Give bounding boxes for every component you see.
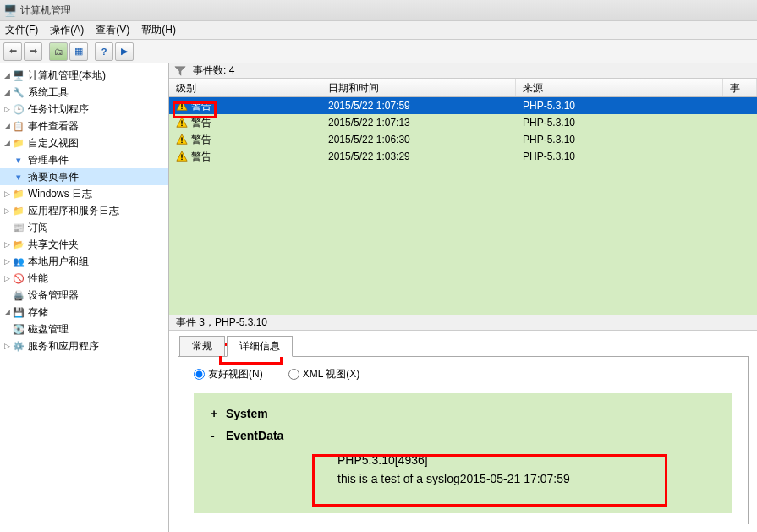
table-row[interactable]: 警告2015/5/22 1:07:13PHP-5.3.10 — [169, 114, 757, 131]
window-title: 计算机管理 — [20, 3, 71, 18]
nav-tree[interactable]: ◢🖥️计算机管理(本地) ◢🔧系统工具 ▷🕒任务计划程序 ◢📋事件查看器 ◢📁自… — [0, 63, 169, 532]
svg-rect-12 — [181, 159, 182, 160]
warning-icon — [176, 117, 188, 129]
filter-icon[interactable] — [174, 65, 186, 77]
table-row[interactable]: 警告2015/5/22 1:07:59PHP-5.3.10 — [169, 97, 757, 114]
tab-general[interactable]: 常规 — [179, 336, 225, 356]
tree-local-users[interactable]: ▷👥本地用户和组 — [0, 253, 168, 270]
tree-system-tools[interactable]: ◢🔧系统工具 — [0, 84, 168, 101]
tree-device-manager[interactable]: 🖨️设备管理器 — [0, 287, 168, 304]
title-bar: 🖥️ 计算机管理 — [0, 0, 757, 21]
toolbar: ⬅ ➡ 🗂 ▦ ? ▶ — [0, 40, 757, 63]
menu-action[interactable]: 操作(A) — [50, 23, 84, 37]
col-level[interactable]: 级别 — [169, 79, 321, 96]
detail-content: + System - EventData PHP5.3.10[4936] thi… — [194, 393, 732, 513]
svg-rect-11 — [181, 154, 182, 157]
table-row[interactable]: 警告2015/5/22 1:03:29PHP-5.3.10 — [169, 148, 757, 165]
radio-xml[interactable]: XML 视图(X) — [288, 367, 360, 381]
svg-marker-0 — [175, 66, 185, 75]
svg-rect-3 — [181, 108, 182, 109]
tree-storage[interactable]: ◢💾存储 — [0, 304, 168, 321]
col-event[interactable]: 事件 I — [723, 79, 757, 96]
back-button[interactable]: ⬅ — [3, 42, 22, 61]
forward-button[interactable]: ➡ — [24, 42, 42, 61]
tree-windows-logs[interactable]: ▷📁Windows 日志 — [0, 185, 168, 202]
col-source[interactable]: 来源 — [516, 79, 723, 96]
tree-app-service-logs[interactable]: ▷📁应用程序和服务日志 — [0, 202, 168, 219]
tree-disk-mgmt[interactable]: 💽磁盘管理 — [0, 321, 168, 337]
warning-icon — [176, 134, 188, 145]
svg-rect-5 — [181, 120, 182, 123]
radio-friendly[interactable]: 友好视图(N) — [194, 367, 263, 381]
tab-details[interactable]: 详细信息 — [227, 336, 293, 357]
tree-root[interactable]: ◢🖥️计算机管理(本地) — [0, 67, 168, 84]
toolbar-action-1[interactable]: 🗂 — [49, 42, 68, 61]
tab-body: 友好视图(N) XML 视图(X) + System - EventData P… — [178, 356, 749, 524]
eventdata-line1: PHP5.3.10[4936] — [337, 451, 716, 469]
col-date[interactable]: 日期和时间 — [321, 79, 516, 96]
app-icon: 🖥️ — [3, 4, 17, 17]
svg-rect-9 — [181, 142, 182, 143]
events-table: 级别 日期和时间 来源 事件 I 警告2015/5/22 1:07:59PHP-… — [169, 79, 757, 315]
menu-view[interactable]: 查看(V) — [96, 23, 129, 37]
eventdata-node[interactable]: - EventData — [211, 429, 716, 442]
toolbar-action-2[interactable]: ▦ — [69, 42, 88, 61]
detail-header-text: 事件 3，PHP-5.3.10 — [176, 315, 267, 330]
menu-help[interactable]: 帮助(H) — [141, 23, 176, 37]
events-header: 事件数: 4 — [169, 63, 757, 79]
toolbar-action-3[interactable]: ▶ — [115, 42, 134, 61]
warning-icon — [176, 100, 188, 112]
detail-header: 事件 3，PHP-5.3.10 — [169, 315, 757, 331]
tree-event-viewer[interactable]: ◢📋事件查看器 — [0, 118, 168, 134]
help-button[interactable]: ? — [95, 42, 113, 61]
eventdata-line2: this is a test of a syslog2015-05-21 17:… — [337, 469, 716, 488]
tree-custom-views[interactable]: ◢📁自定义视图 — [0, 134, 168, 151]
warning-icon — [176, 151, 188, 162]
svg-rect-8 — [181, 137, 182, 140]
tree-shared-folders[interactable]: ▷📂共享文件夹 — [0, 236, 168, 253]
menu-file[interactable]: 文件(F) — [5, 23, 38, 37]
tree-performance[interactable]: ▷🚫性能 — [0, 270, 168, 287]
detail-tabs: 常规 详细信息 — [169, 336, 757, 356]
svg-rect-6 — [181, 125, 182, 126]
tree-summary-events[interactable]: ▾摘要页事件 — [0, 168, 168, 185]
tree-task-scheduler[interactable]: ▷🕒任务计划程序 — [0, 101, 168, 118]
tree-admin-events[interactable]: ▾管理事件 — [0, 151, 168, 168]
tree-subscription[interactable]: 📰订阅 — [0, 219, 168, 236]
events-count: 事件数: 4 — [193, 63, 234, 78]
tree-services-apps[interactable]: ▷⚙️服务和应用程序 — [0, 337, 168, 354]
system-node[interactable]: + System — [211, 407, 716, 420]
table-row[interactable]: 警告2015/5/22 1:06:30PHP-5.3.10 — [169, 131, 757, 148]
svg-rect-2 — [181, 103, 182, 107]
menu-bar: 文件(F) 操作(A) 查看(V) 帮助(H) — [0, 21, 757, 40]
